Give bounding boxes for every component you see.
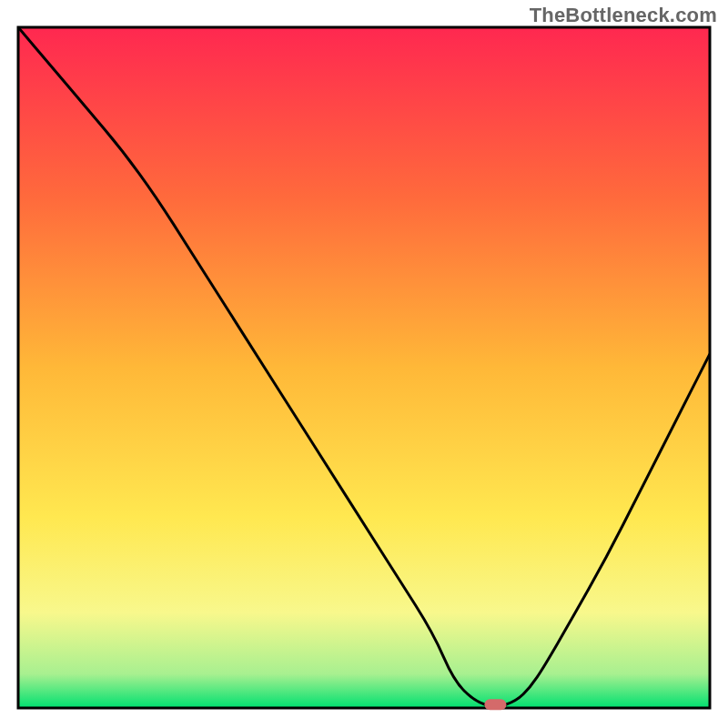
- watermark-label: TheBottleneck.com: [530, 4, 717, 27]
- optimum-marker: [484, 699, 506, 710]
- chart-background: [18, 27, 710, 708]
- bottleneck-chart: [0, 0, 728, 728]
- chart-container: TheBottleneck.com: [0, 0, 728, 728]
